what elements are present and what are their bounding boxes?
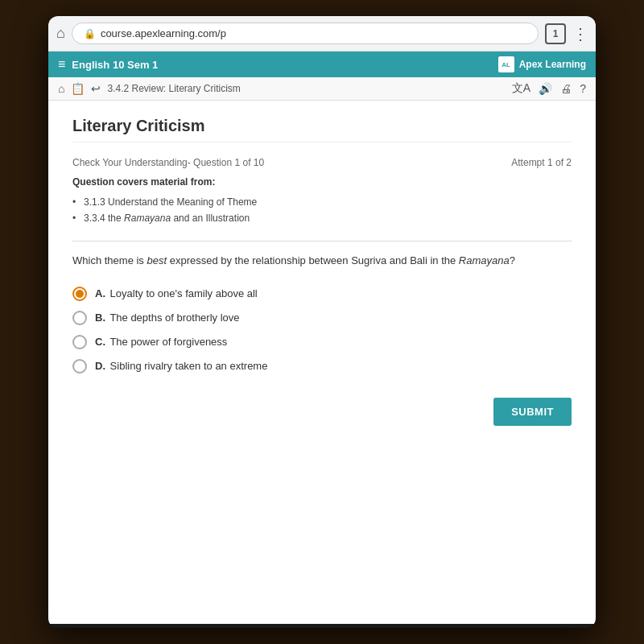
radio-c[interactable] <box>72 335 87 349</box>
breadcrumb: 3.4.2 Review: Literary Criticism <box>107 83 240 94</box>
radio-a[interactable] <box>72 287 87 301</box>
option-d[interactable]: D. Sibling rivalry taken to an extreme <box>72 354 572 378</box>
hamburger-icon[interactable]: ≡ <box>58 57 65 72</box>
course-title: English 10 Sem 1 <box>72 59 158 71</box>
option-b[interactable]: B. The depths of brotherly love <box>72 306 572 330</box>
submit-area: SUBMIT <box>72 398 572 426</box>
apex-logo: AL <box>498 56 514 72</box>
apex-right: AL Apex Learning <box>498 56 586 72</box>
apex-top-bar: ≡ English 10 Sem 1 AL Apex Learning <box>48 52 596 77</box>
answer-options: A. Loyalty to one's family above all B. … <box>72 282 572 378</box>
option-d-text: D. Sibling rivalry taken to an extreme <box>95 360 267 372</box>
question-meta: Check Your Understanding- Question 1 of … <box>72 157 572 168</box>
option-c-text: C. The power of forgiveness <box>95 336 227 348</box>
help-icon[interactable]: ? <box>580 82 586 95</box>
address-text: course.apexlearning.com/p <box>101 27 226 39</box>
tab-count[interactable]: 1 <box>545 23 566 44</box>
question-text: Which theme is best expressed by the rel… <box>72 253 572 269</box>
page-title: Literary Criticism <box>72 117 572 142</box>
material-item-2: 3.3.4 the Ramayana and an Illustration <box>72 210 572 226</box>
device-frame: ⌂ 🔒 course.apexlearning.com/p 1 ⋮ ≡ Engl… <box>48 16 596 628</box>
radio-a-inner <box>76 290 84 298</box>
nav-back-icon[interactable]: ↩ <box>91 82 101 95</box>
browser-chrome: ⌂ 🔒 course.apexlearning.com/p 1 ⋮ <box>48 16 596 52</box>
question-number: Check Your Understanding- Question 1 of … <box>72 157 264 168</box>
audio-icon[interactable]: 🔊 <box>539 82 552 95</box>
apex-left: ≡ English 10 Sem 1 <box>58 57 158 72</box>
nav-tools: 文A 🔊 🖨 ? <box>512 81 586 96</box>
nav-home-icon[interactable]: ⌂ <box>58 82 64 95</box>
print-icon[interactable]: 🖨 <box>560 82 572 95</box>
radio-b[interactable] <box>72 311 87 325</box>
submit-button[interactable]: SUBMIT <box>493 398 572 426</box>
browser-home-icon[interactable]: ⌂ <box>56 25 65 42</box>
lock-icon: 🔒 <box>84 28 96 39</box>
nav-book-icon[interactable]: 📋 <box>71 82 85 95</box>
option-a-text: A. Loyalty to one's family above all <box>95 287 258 299</box>
option-b-text: B. The depths of brotherly love <box>95 312 240 324</box>
attempt-info: Attempt 1 of 2 <box>511 157 572 168</box>
translate-icon[interactable]: 文A <box>512 81 530 96</box>
apex-brand-name: Apex Learning <box>519 59 586 70</box>
material-list: 3.1.3 Understand the Meaning of Theme 3.… <box>72 194 572 226</box>
address-bar[interactable]: 🔒 course.apexlearning.com/p <box>72 23 539 44</box>
secondary-nav: ⌂ 📋 ↩ 3.4.2 Review: Literary Criticism 文… <box>48 77 596 101</box>
material-item-1: 3.1.3 Understand the Meaning of Theme <box>72 194 572 210</box>
main-content: Literary Criticism Check Your Understand… <box>48 101 596 624</box>
divider <box>72 241 572 242</box>
covers-label: Question covers material from: <box>72 176 572 188</box>
option-c[interactable]: C. The power of forgiveness <box>72 330 572 354</box>
option-a[interactable]: A. Loyalty to one's family above all <box>72 282 572 306</box>
browser-menu-icon[interactable]: ⋮ <box>572 24 588 43</box>
radio-d[interactable] <box>72 359 87 374</box>
